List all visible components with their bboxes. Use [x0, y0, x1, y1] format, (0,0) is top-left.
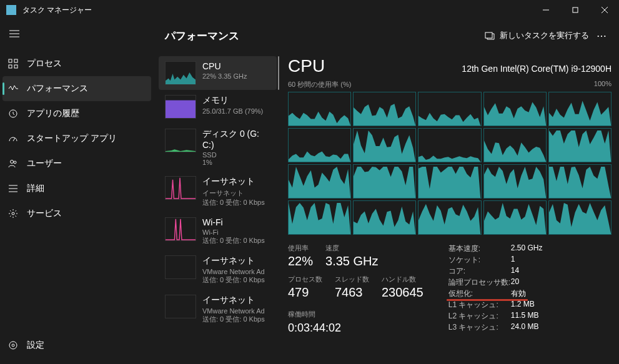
perf-list[interactable]: CPU22% 3.35 GHz メモリ25.0/31.7 GB (79%) ディ… [159, 56, 282, 364]
mini-chart-eth [165, 176, 196, 200]
util-val: 22% [288, 254, 313, 268]
new-task-button[interactable]: 新しいタスクを実行する [485, 30, 589, 41]
settings-icon [8, 340, 18, 350]
perf-item-disk[interactable]: ディスク 0 (G: C:)SSD1% [159, 124, 277, 171]
maximize-button[interactable] [560, 0, 590, 20]
mini-chart-eth2 [165, 255, 196, 279]
core-chart [548, 164, 612, 199]
stat-row: コア:14 [448, 266, 543, 277]
core-chart [418, 164, 481, 199]
core-chart [418, 128, 481, 162]
svg-rect-22 [166, 101, 196, 118]
thread-label: スレッド数 [335, 275, 369, 284]
stat-row: ソケット:1 [448, 255, 543, 266]
core-chart [353, 200, 416, 235]
perf-sub: 22% 3.35 GHz [202, 72, 270, 80]
nav-processes[interactable]: プロセス [0, 51, 154, 76]
nav-settings[interactable]: 設定 [0, 333, 154, 358]
core-chart [548, 128, 612, 162]
nav-users[interactable]: ユーザー [0, 151, 154, 176]
core-chart [418, 200, 481, 235]
core-chart [353, 164, 416, 199]
svg-point-20 [9, 342, 17, 349]
nav-startup[interactable]: スタートアップ アプリ [0, 126, 154, 151]
list-icon [8, 184, 18, 194]
core-chart [483, 128, 547, 162]
core-chart [288, 92, 351, 126]
perf-item-memory[interactable]: メモリ25.0/31.7 GB (79%) [159, 90, 277, 124]
close-button[interactable] [590, 0, 619, 20]
nav-details[interactable]: 詳細 [0, 176, 154, 201]
more-button[interactable]: ⋯ [597, 30, 608, 42]
handle-val: 230645 [382, 285, 423, 300]
titlebar: タスク マネージャー [0, 0, 619, 20]
core-chart [548, 92, 612, 126]
sr-label: 仮想化: [448, 288, 511, 300]
thread-val: 7463 [335, 285, 369, 300]
svg-point-19 [12, 344, 14, 347]
sr-val: 1.2 MB [511, 300, 535, 311]
perf-item-ethernet[interactable]: イーサネットイーサネット送信: 0 受信: 0 Kbps [159, 171, 277, 212]
nav-label: ユーザー [27, 158, 62, 169]
perf-item-ethernet-vm2[interactable]: イーサネットVMware Network Ad送信: 0 受信: 0 Kbps [159, 290, 277, 329]
sr-val: 1 [511, 255, 515, 266]
core-chart [288, 164, 351, 199]
app-icon [6, 5, 16, 15]
core-grid[interactable] [288, 92, 612, 235]
speed-val: 3.35 GHz [325, 254, 378, 268]
util-label: 使用率 [288, 243, 313, 253]
perf-title: メモリ [202, 95, 270, 106]
nav-performance[interactable]: パフォーマンス [2, 76, 151, 101]
core-chart [483, 164, 547, 199]
sr-label: コア: [448, 266, 511, 277]
sr-label: 基本速度: [448, 243, 511, 255]
nav-label: スタートアップ アプリ [27, 133, 117, 144]
perf-item-cpu[interactable]: CPU22% 3.35 GHz [159, 56, 277, 90]
sr-val: 2.50 GHz [511, 243, 543, 255]
uptime-val: 0:03:44:02 [288, 322, 423, 335]
sr-label: L2 キャッシュ: [448, 311, 511, 322]
uptime-label: 稼働時間 [288, 310, 423, 319]
svg-point-18 [12, 212, 14, 215]
gear-icon [8, 209, 18, 219]
perf-title: イーサネット [202, 295, 270, 306]
perf-item-wifi[interactable]: Wi-FiWi-Fi送信: 0 受信: 0 Kbps [159, 212, 277, 250]
hamburger-button[interactable] [2, 22, 27, 45]
detail-title: CPU [288, 56, 325, 76]
wave-icon [8, 84, 18, 94]
core-chart [483, 92, 547, 126]
sr-val: 11.5 MB [511, 311, 539, 322]
stat-row: 基本速度:2.50 GHz [448, 243, 543, 255]
speed-label: 速度 [325, 243, 378, 253]
nav-label: 詳細 [27, 183, 44, 194]
stats-right: 基本速度:2.50 GHzソケット:1コア:14論理プロセッサ数:20仮想化:有… [448, 243, 543, 335]
perf-item-ethernet-vm1[interactable]: イーサネットVMware Network Ad送信: 0 受信: 0 Kbps [159, 250, 277, 290]
svg-point-13 [11, 160, 14, 164]
nav-history[interactable]: アプリの履歴 [0, 101, 154, 126]
nav-services[interactable]: サービス [0, 201, 154, 226]
perf-sub: VMware Network Ad [202, 268, 270, 275]
svg-rect-1 [573, 7, 578, 12]
grid-icon [8, 59, 18, 69]
minimize-button[interactable] [531, 0, 560, 20]
perf-title: ディスク 0 (G: C:) [202, 129, 270, 150]
perf-sub2: 1% [202, 159, 270, 166]
users-icon [8, 159, 18, 169]
stat-row: 仮想化:有効 [448, 288, 543, 300]
nav-label: サービス [27, 208, 62, 219]
perf-title: Wi-Fi [202, 217, 270, 227]
mini-chart-eth3 [165, 295, 196, 318]
gauge-icon [8, 134, 18, 144]
svg-line-12 [13, 138, 15, 141]
svg-rect-7 [9, 59, 12, 62]
svg-rect-10 [14, 65, 17, 68]
core-chart [418, 92, 481, 126]
nav-label: アプリの履歴 [27, 108, 79, 119]
core-chart [353, 128, 416, 162]
stat-row: 論理プロセッサ数:20 [448, 277, 543, 288]
stat-row: L2 キャッシュ:11.5 MB [448, 311, 543, 322]
graph-label-left: 60 秒間の使用率 (%) [288, 80, 351, 89]
perf-sub2: 送信: 0 受信: 0 Kbps [202, 275, 270, 285]
svg-rect-8 [14, 59, 17, 62]
core-chart [353, 92, 416, 126]
